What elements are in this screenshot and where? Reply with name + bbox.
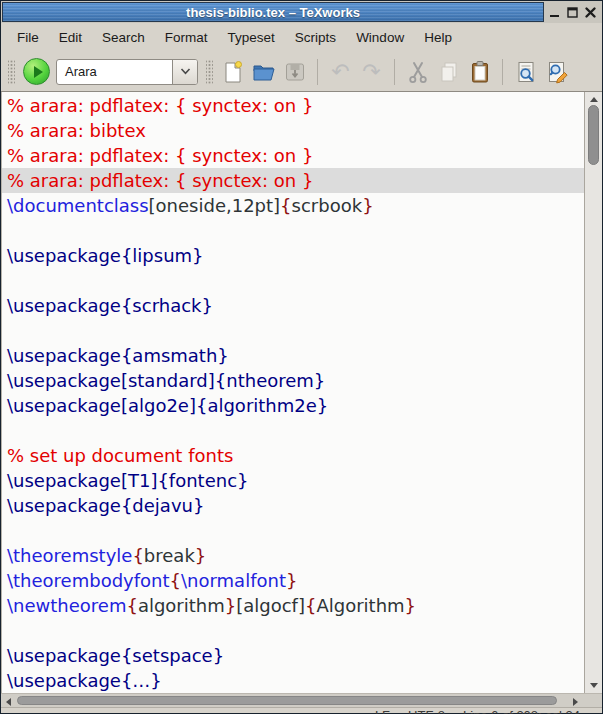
window-controls <box>544 1 602 23</box>
scroll-down-icon[interactable] <box>590 683 598 688</box>
code-segment: algorithm <box>138 595 225 616</box>
toolbar-separator <box>502 59 503 85</box>
paste-button[interactable] <box>465 57 494 86</box>
code-line[interactable]: \documentclass[oneside,12pt]{scrbook} <box>2 193 584 218</box>
redo-button[interactable]: ↷ <box>357 57 386 86</box>
save-icon <box>283 60 307 84</box>
code-line[interactable]: \usepackage[standard]{ntheorem} <box>2 368 584 393</box>
code-segment: \usepackage{dejavu} <box>7 495 204 516</box>
code-line[interactable]: \usepackage{setspace} <box>2 643 584 668</box>
title-panel[interactable]: thesis-biblio.tex – TeXworks <box>2 2 544 22</box>
scroll-right-icon[interactable] <box>573 698 578 706</box>
code-line[interactable]: % arara: pdflatex: { synctex: on } <box>2 143 584 168</box>
code-line[interactable]: \theorembodyfont{\normalfont} <box>2 568 584 593</box>
cut-icon <box>406 60 430 84</box>
menu-item-window[interactable]: Window <box>346 23 414 52</box>
horizontal-scrollbar[interactable] <box>1 693 602 707</box>
toolbar-separator <box>317 59 318 85</box>
status-cursor-position: Line 6 of 208; col 34 <box>463 708 580 714</box>
texworks-window: thesis-biblio.tex – TeXworks FileEditSea… <box>0 0 603 714</box>
code-line[interactable]: % set up document fonts <box>2 443 584 468</box>
code-line[interactable]: \usepackage{…} <box>2 668 584 693</box>
undo-icon: ↶ <box>331 61 349 83</box>
code-segment: \newtheorem <box>7 595 126 616</box>
code-line[interactable]: \usepackage{amsmath} <box>2 343 584 368</box>
code-segment: \usepackage{setspace} <box>7 645 224 666</box>
maximize-icon <box>566 6 579 19</box>
code-line[interactable] <box>2 218 584 243</box>
chevron-down-icon <box>180 68 191 75</box>
code-line[interactable]: % arara: pdflatex: { synctex: on } <box>2 168 584 193</box>
close-button[interactable] <box>583 5 598 20</box>
code-segment: { <box>132 545 143 566</box>
find-button[interactable] <box>511 57 540 86</box>
code-segment: \usepackage[standard]{ntheorem} <box>7 370 325 391</box>
undo-button[interactable]: ↶ <box>326 57 355 86</box>
maximize-button[interactable] <box>565 5 580 20</box>
code-line[interactable] <box>2 618 584 643</box>
code-segment: { <box>170 570 181 591</box>
code-line[interactable]: \usepackage[algo2e]{algorithm2e} <box>2 393 584 418</box>
cut-button[interactable] <box>403 57 432 86</box>
code-area[interactable]: % arara: pdflatex: { synctex: on }% arar… <box>1 92 584 693</box>
code-line[interactable] <box>2 318 584 343</box>
typeset-play-icon <box>34 66 43 78</box>
open-folder-icon <box>251 60 276 84</box>
status-bar: LF UTF-8 Line 6 of 208; col 34 <box>1 707 602 714</box>
menu-item-edit[interactable]: Edit <box>49 23 92 52</box>
typeset-tool-select[interactable]: Arara <box>56 59 198 85</box>
code-segment: % arara: pdflatex: { synctex: on } <box>7 95 313 116</box>
status-line-ending[interactable]: LF <box>375 708 390 714</box>
code-line[interactable]: % arara: pdflatex: { synctex: on } <box>2 93 584 118</box>
code-line[interactable]: \newtheorem{algorithm}[algocf]{Algorithm… <box>2 593 584 618</box>
code-line[interactable]: % arara: bibtex <box>2 118 584 143</box>
save-button[interactable] <box>280 57 309 86</box>
code-segment: \usepackage{lipsum} <box>7 245 204 266</box>
copy-button[interactable] <box>434 57 463 86</box>
horizontal-scrollbar-thumb[interactable] <box>17 696 557 705</box>
code-line[interactable] <box>2 268 584 293</box>
status-encoding[interactable]: UTF-8 <box>408 708 445 714</box>
typeset-button[interactable] <box>23 58 50 85</box>
code-line[interactable]: \usepackage{scrhack} <box>2 293 584 318</box>
code-segment: Algorithm <box>316 595 404 616</box>
code-segment: } <box>225 595 236 616</box>
code-segment: % arara: bibtex <box>7 120 146 141</box>
replace-button[interactable] <box>542 57 571 86</box>
code-segment: { <box>280 195 291 216</box>
new-document-icon <box>221 60 245 84</box>
minimize-button[interactable] <box>547 5 562 20</box>
toolbar-separator <box>394 59 395 85</box>
new-document-button[interactable] <box>218 57 247 86</box>
open-button[interactable] <box>249 57 278 86</box>
code-segment: scrbook <box>292 195 363 216</box>
code-line[interactable]: \usepackage[T1]{fontenc} <box>2 468 584 493</box>
combo-dropdown-button[interactable] <box>172 60 197 84</box>
menu-item-help[interactable]: Help <box>414 23 462 52</box>
code-segment: [oneside,12pt] <box>149 195 281 216</box>
code-line[interactable]: \theoremstyle{break} <box>2 543 584 568</box>
code-line[interactable] <box>2 518 584 543</box>
menu-item-search[interactable]: Search <box>92 23 155 52</box>
code-line[interactable]: \usepackage{lipsum} <box>2 243 584 268</box>
menu-item-file[interactable]: File <box>7 23 49 52</box>
menu-item-scripts[interactable]: Scripts <box>285 23 346 52</box>
code-segment: \normalfont <box>181 570 286 591</box>
vertical-scrollbar[interactable] <box>584 92 602 693</box>
toolbar: Arara ↶ <box>1 52 602 91</box>
toolbar-drag-handle[interactable] <box>206 59 213 85</box>
copy-icon <box>437 60 461 84</box>
vertical-scrollbar-thumb[interactable] <box>588 105 599 165</box>
code-line[interactable] <box>2 418 584 443</box>
code-line[interactable]: \usepackage{dejavu} <box>2 493 584 518</box>
scroll-left-icon[interactable] <box>6 698 11 706</box>
toolbar-drag-handle[interactable] <box>8 59 15 85</box>
code-segment: { <box>126 595 137 616</box>
code-segment: break <box>144 545 195 566</box>
menu-item-typeset[interactable]: Typeset <box>218 23 285 52</box>
scroll-up-icon[interactable] <box>590 97 598 102</box>
menu-bar: FileEditSearchFormatTypesetScriptsWindow… <box>1 23 602 52</box>
minimize-icon <box>548 6 561 19</box>
window-title: thesis-biblio.tex – TeXworks <box>186 5 360 20</box>
menu-item-format[interactable]: Format <box>155 23 218 52</box>
